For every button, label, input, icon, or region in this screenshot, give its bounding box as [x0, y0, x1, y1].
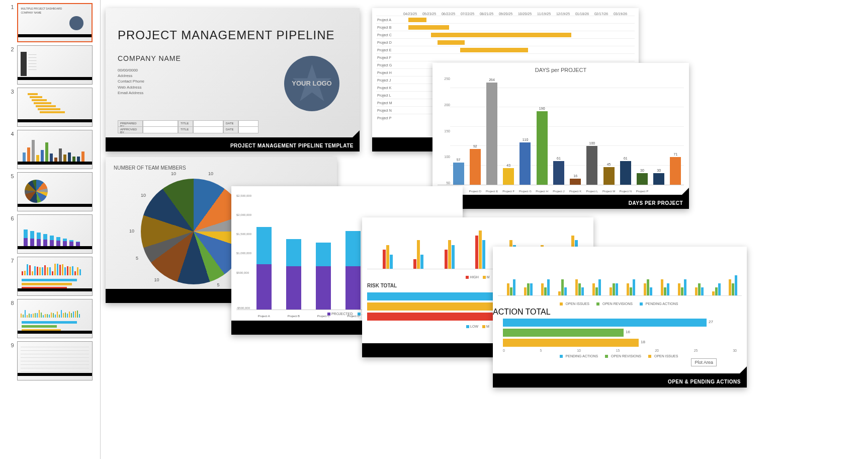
thumbnail-5[interactable]: 5	[8, 172, 93, 211]
slide-actions: OPEN ISSUES OPEN REVISIONS PENDING ACTIO…	[493, 247, 747, 388]
thumbnail-6[interactable]: 6	[8, 214, 93, 254]
action-grouped-chart	[498, 251, 742, 296]
logo-placeholder: YOUR LOGO	[284, 56, 339, 111]
plot-area-tooltip: Plot Area	[691, 358, 717, 366]
slide-title: PROJECT MANAGEMENT PIPELINE COMPANY NAME…	[106, 8, 360, 151]
chart-title: DAYS per PROJECT	[432, 63, 689, 77]
footer-text: PROJECT MANAGEMENT PIPELINE TEMPLATE	[230, 143, 354, 148]
chart-title: NUMBER OF TEAM MEMBERS	[106, 157, 337, 179]
form-row-2: APPROVED BY TITLE DATE	[118, 126, 258, 133]
slide-thumbnail-panel: 1 MULTIPLE PROJECT DASHBOARDCOMPANY NAME…	[0, 0, 101, 459]
thumbnail-8[interactable]: 8	[8, 299, 93, 338]
thumbnail-1[interactable]: 1 MULTIPLE PROJECT DASHBOARDCOMPANY NAME	[8, 3, 93, 42]
main-title: PROJECT MANAGEMENT PIPELINE	[106, 8, 360, 42]
pie-chart: 10105510510105101010	[141, 179, 246, 284]
thumbnail-4[interactable]: 4	[8, 130, 93, 169]
slide-days-per-project: DAYS per PROJECT 2502001501005057t C92Pr…	[432, 63, 689, 209]
action-legend-1: OPEN ISSUES OPEN REVISIONS PENDING ACTIO…	[493, 300, 747, 308]
thumbnail-7[interactable]: 7	[8, 257, 93, 296]
days-bar-chart: 2502001501005057t C92Project D264Project…	[438, 77, 684, 185]
thumbnail-2[interactable]: 2 ————————————————————————	[8, 45, 93, 85]
action-total-title: ACTION TOTAL	[493, 308, 747, 317]
thumbnail-9[interactable]: 9	[8, 341, 93, 380]
thumbnail-3[interactable]: 3	[8, 88, 93, 127]
slide-canvas: PROJECT MANAGEMENT PIPELINE COMPANY NAME…	[101, 0, 868, 459]
